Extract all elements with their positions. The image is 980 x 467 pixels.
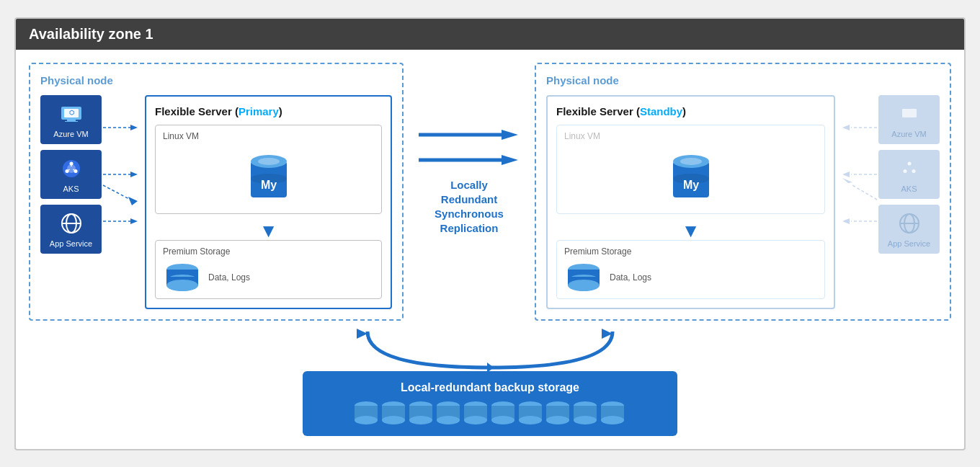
aks-icon-left: AKS — [40, 150, 102, 199]
svg-line-12 — [68, 169, 70, 170]
svg-point-9 — [65, 169, 68, 173]
premium-storage-standby-label: Premium Storage — [564, 246, 817, 257]
mysql-icon-primary: My — [163, 147, 374, 208]
svg-text:⬡: ⬡ — [68, 110, 74, 116]
svg-marker-66 — [357, 329, 368, 339]
replication-section: LocallyRedundantSynchronousReplication — [415, 63, 523, 236]
premium-storage-standby: Premium Storage Data, Logs — [556, 240, 825, 299]
aks-label-right: AKS — [901, 184, 917, 193]
linux-vm-primary-label: Linux VM — [163, 131, 374, 141]
down-arrow-standby: ▼ — [556, 221, 825, 240]
azure-vm-label-left: Azure VM — [53, 130, 88, 138]
svg-point-7 — [69, 161, 73, 165]
backup-arrows-svg — [166, 328, 814, 371]
svg-marker-53 — [842, 178, 852, 183]
svg-point-59 — [907, 161, 911, 165]
linux-vm-standby: Linux VM My — [556, 125, 825, 214]
svg-marker-35 — [502, 130, 518, 140]
storage-icon-primary — [163, 262, 202, 293]
linux-vm-standby-label: Linux VM — [564, 131, 817, 141]
svg-line-52 — [852, 185, 877, 200]
storage-icon-standby — [564, 262, 604, 293]
svg-point-61 — [903, 169, 906, 173]
appservice-icon-left: App Service — [40, 205, 102, 254]
flex-server-primary: Flexible Server (Primary) Linux VM — [145, 95, 392, 309]
flex-server-primary-title-end: ) — [279, 105, 282, 117]
aks-icon-right: AKS — [878, 150, 940, 199]
appservice-icon-right: App Service — [878, 205, 940, 254]
flex-server-primary-colored: Primary — [239, 105, 279, 117]
flex-server-primary-title: Flexible Server (Primary) — [155, 105, 382, 117]
appservice-label-right: App Service — [888, 239, 930, 248]
svg-marker-17 — [130, 125, 138, 130]
backup-cylinders — [353, 400, 627, 426]
right-physical-node: Physical node Flexible Server (Standby) … — [535, 63, 951, 321]
flex-server-primary-title-start: Flexible Server ( — [155, 105, 239, 117]
svg-point-42 — [680, 158, 702, 165]
dashed-arrows-right — [842, 99, 878, 250]
aks-label-left: AKS — [63, 184, 79, 193]
left-app-icons: ⬡ Azure VM AKS App Service — [40, 95, 102, 254]
svg-text:My: My — [260, 179, 276, 191]
svg-marker-21 — [128, 197, 138, 205]
premium-storage-primary-label: Premium Storage — [163, 246, 374, 257]
dashed-arrows-left — [102, 99, 138, 250]
svg-marker-23 — [130, 218, 138, 224]
diagram-container: Availability zone 1 Physical node ⬡ — [14, 17, 966, 450]
svg-point-79 — [437, 416, 460, 424]
svg-point-28 — [258, 158, 280, 165]
premium-storage-primary: Premium Storage Data, L — [155, 240, 382, 299]
linux-vm-primary: Linux VM — [155, 125, 382, 214]
title-text: Availability zone 1 — [29, 26, 153, 42]
svg-marker-51 — [842, 172, 850, 177]
svg-point-33 — [166, 280, 198, 291]
title-bar: Availability zone 1 — [16, 19, 964, 50]
svg-line-20 — [103, 185, 130, 200]
backup-label: Local-redundant backup storage — [324, 381, 656, 394]
mysql-cylinder-standby: My — [666, 147, 716, 205]
left-node-label: Physical node — [40, 74, 392, 86]
flex-server-standby-title-end: ) — [682, 105, 686, 117]
svg-marker-49 — [842, 125, 850, 130]
svg-marker-19 — [130, 172, 138, 177]
right-node-label: Physical node — [546, 74, 940, 86]
svg-marker-55 — [842, 218, 850, 224]
svg-point-91 — [546, 416, 569, 424]
storage-row-standby: Data, Logs — [564, 262, 817, 293]
backup-storage-icons — [324, 400, 656, 426]
svg-rect-2 — [67, 120, 76, 121]
svg-line-11 — [73, 169, 74, 170]
backup-section: Local-redundant backup storage — [29, 328, 951, 436]
down-arrow-primary: ▼ — [155, 221, 382, 240]
flex-server-standby-title-start: Flexible Server ( — [556, 105, 640, 117]
svg-text:My: My — [682, 179, 698, 191]
flex-server-standby-colored: Standby — [640, 105, 682, 117]
mysql-cylinder-primary: My — [244, 147, 294, 205]
svg-point-97 — [601, 416, 624, 424]
azure-vm-icon-right: Azure VM — [878, 95, 940, 144]
replication-arrows — [419, 120, 520, 178]
left-physical-node: Physical node ⬡ Azure VM — [29, 63, 404, 321]
svg-point-94 — [574, 416, 597, 424]
azure-vm-label-right: Azure VM — [891, 130, 926, 138]
svg-point-85 — [491, 416, 514, 424]
svg-point-70 — [355, 416, 378, 424]
flex-server-standby-title: Flexible Server (Standby) — [556, 105, 825, 117]
svg-point-88 — [519, 416, 542, 424]
svg-point-73 — [382, 416, 405, 424]
azure-vm-icon-left: ⬡ Azure VM — [40, 95, 102, 144]
svg-rect-57 — [902, 109, 917, 117]
right-app-icons: Azure VM AKS App Service — [878, 95, 940, 254]
data-logs-label-standby: Data, Logs — [610, 272, 651, 283]
svg-rect-3 — [65, 121, 78, 122]
svg-marker-37 — [502, 155, 518, 165]
svg-point-8 — [74, 169, 77, 173]
svg-point-76 — [409, 416, 432, 424]
storage-row-primary: Data, Logs — [163, 262, 374, 293]
svg-point-60 — [912, 169, 915, 173]
svg-point-47 — [568, 280, 600, 291]
svg-point-82 — [464, 416, 487, 424]
mysql-icon-standby: My — [564, 147, 817, 208]
data-logs-label-primary: Data, Logs — [208, 272, 250, 283]
appservice-label-left: App Service — [50, 239, 92, 248]
